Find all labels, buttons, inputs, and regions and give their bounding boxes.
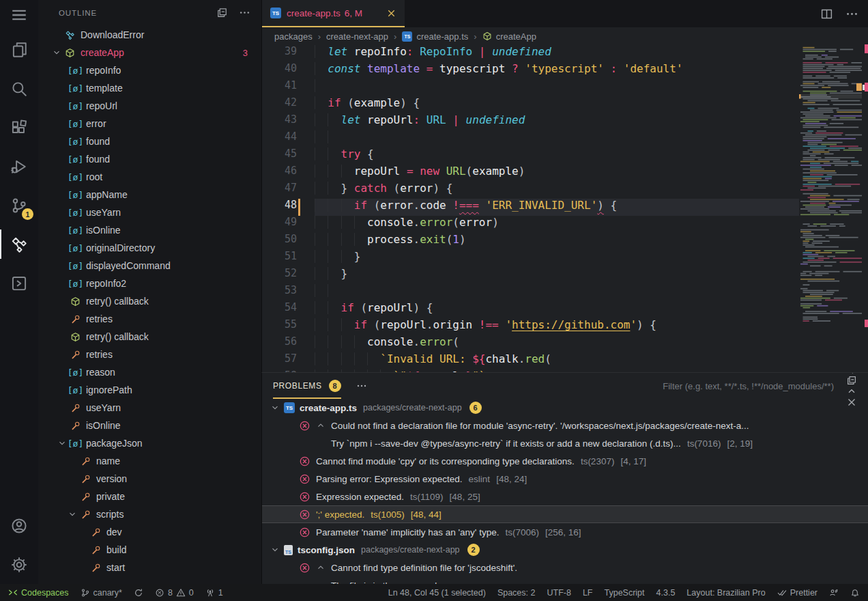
editor-gutter[interactable]: 3940414243444546474849505152535455565758: [262, 45, 315, 372]
pages-icon[interactable]: [846, 375, 857, 386]
code-line-46[interactable]: repoUrl = new URL(example): [315, 165, 799, 182]
activity-remote-explorer[interactable]: [0, 264, 38, 303]
code-line-42[interactable]: if (example) {: [315, 96, 799, 113]
status-layout-mode[interactable]: Layout: Brazilian Pro: [686, 588, 765, 598]
line-number[interactable]: 45: [262, 148, 315, 165]
status-cursor-position[interactable]: Ln 48, Col 45 (1 selected): [388, 588, 486, 598]
outline-item-ignorepath[interactable]: [ø]ignorePath: [38, 381, 261, 399]
outline-item-repoinfo[interactable]: [ø]repoInfo: [38, 61, 261, 79]
pages-icon[interactable]: [216, 12, 228, 20]
split-editor-icon[interactable]: [820, 8, 833, 20]
activity-settings[interactable]: [0, 545, 38, 584]
outline-item-found[interactable]: [ø]found: [38, 150, 261, 168]
activity-explorer[interactable]: [0, 30, 38, 69]
code-line-55[interactable]: if (repoUrl.origin !== 'https://github.c…: [315, 318, 799, 335]
more-icon[interactable]: [356, 380, 367, 391]
status-indentation[interactable]: Spaces: 2: [497, 588, 536, 598]
line-number[interactable]: 53: [262, 284, 315, 301]
line-number[interactable]: 49: [262, 216, 315, 233]
more-icon[interactable]: [239, 12, 250, 20]
outline-item-name[interactable]: name: [38, 452, 261, 470]
outline-item-retries[interactable]: retries: [38, 310, 261, 328]
code-line-48[interactable]: if (error.code !=== 'ERR_INVALID_URL') {: [315, 199, 799, 216]
code-line-45[interactable]: try {: [315, 148, 799, 165]
breadcrumb-item[interactable]: packages: [274, 31, 313, 42]
activity-run-debug[interactable]: [0, 147, 38, 186]
code-line-53[interactable]: [315, 284, 799, 301]
outline-item-scripts[interactable]: scripts: [38, 505, 261, 523]
line-number[interactable]: 56: [262, 335, 315, 352]
status-branch[interactable]: canary*: [81, 588, 122, 598]
problems-file-row[interactable]: TS create-app.ts packages/create-next-ap…: [262, 399, 868, 417]
outline-item-retry-callback[interactable]: retry() callback: [38, 292, 261, 310]
status-eol[interactable]: LF: [583, 588, 593, 598]
outline-item-version[interactable]: version: [38, 470, 261, 488]
activity-source-control[interactable]: 1: [0, 186, 38, 225]
line-number[interactable]: 44: [262, 130, 315, 148]
activity-symbols[interactable]: [0, 225, 38, 264]
code-line-47[interactable]: } catch (error) {: [315, 182, 799, 199]
code-line-49[interactable]: console.error(error): [315, 216, 799, 233]
problems-error-row[interactable]: Parsing error: Expression expected. esli…: [262, 470, 868, 488]
problems-file-row[interactable]: TS tsconfig.json packages/create-next-ap…: [262, 541, 868, 559]
problems-error-row[interactable]: Cannot find type definition file for 'js…: [262, 559, 868, 576]
line-number[interactable]: 41: [262, 79, 315, 96]
code-line-39[interactable]: let repoInfo: RepoInfo | undefined: [315, 45, 799, 62]
breadcrumb-item[interactable]: createApp: [482, 31, 536, 42]
more-icon[interactable]: [845, 8, 858, 20]
outline-item-repourl[interactable]: [ø]repoUrl: [38, 97, 261, 115]
activity-menu[interactable]: [0, 0, 38, 30]
status-problems-summary[interactable]: 80: [155, 588, 194, 598]
code-editor[interactable]: 3940414243444546474849505152535455565758…: [262, 45, 868, 372]
code-line-54[interactable]: if (repoUrl) {: [315, 301, 799, 318]
outline-item-repoinfo2[interactable]: [ø]repoInfo2: [38, 275, 261, 292]
problems-error-row[interactable]: Could not find a declaration file for mo…: [262, 417, 868, 434]
status-remote[interactable]: Codespaces: [8, 588, 69, 598]
outline-item-downloaderror[interactable]: DownloadError: [38, 26, 261, 44]
activity-account[interactable]: [0, 506, 38, 545]
code-line-57[interactable]: `Invalid URL: ${chalk.red(: [315, 352, 799, 369]
code-pane[interactable]: let repoInfo: RepoInfo | undefined const…: [315, 45, 799, 372]
outline-item-build[interactable]: build: [38, 541, 261, 559]
status-notifications[interactable]: [850, 588, 860, 598]
line-number[interactable]: 54: [262, 301, 315, 318]
code-line-52[interactable]: }: [315, 267, 799, 284]
chevron-up-icon[interactable]: [316, 421, 331, 430]
activity-extensions[interactable]: [0, 108, 38, 147]
line-number[interactable]: 42: [262, 96, 315, 113]
problems-error-row[interactable]: Cannot find module 'cpy' or its correspo…: [262, 452, 868, 470]
problems-message-detail[interactable]: The file is in the program because:: [262, 576, 868, 584]
chevron-down-icon[interactable]: [270, 403, 281, 413]
line-number[interactable]: 48: [262, 199, 315, 216]
problems-error-row[interactable]: Expression expected. ts(1109) [48, 25]: [262, 488, 868, 505]
problems-error-row[interactable]: Parameter 'name' implicitly has an 'any'…: [262, 523, 868, 541]
close-icon[interactable]: [846, 397, 857, 408]
outline-item-createapp[interactable]: createApp 3: [38, 44, 261, 61]
problems-filter-input[interactable]: Filter (e.g. text, **/*.ts, !**/node_mod…: [663, 381, 834, 391]
chevron-up-icon[interactable]: [316, 563, 331, 572]
line-number[interactable]: 52: [262, 267, 315, 284]
line-number[interactable]: 47: [262, 182, 315, 199]
minimap[interactable]: [799, 45, 862, 372]
chevron-up-icon[interactable]: [846, 386, 857, 397]
line-number[interactable]: 57: [262, 352, 315, 369]
status-sync[interactable]: [134, 588, 143, 598]
status-encoding[interactable]: UTF-8: [547, 588, 570, 598]
outline-item-isonline[interactable]: isOnline: [38, 417, 261, 434]
line-number[interactable]: 50: [262, 233, 315, 250]
line-number[interactable]: 39: [262, 45, 315, 62]
line-number[interactable]: 51: [262, 250, 315, 267]
outline-item-originaldirectory[interactable]: [ø]originalDirectory: [38, 239, 261, 257]
status-language-mode[interactable]: TypeScript: [604, 588, 644, 598]
breadcrumb-item[interactable]: create-next-app: [326, 31, 388, 42]
close-icon[interactable]: [386, 8, 396, 18]
outline-item-useyarn[interactable]: useYarn: [38, 399, 261, 417]
tab-create-app[interactable]: TS create-app.ts 6, M: [262, 0, 405, 27]
status-ports[interactable]: 1: [205, 588, 223, 598]
code-line-41[interactable]: [315, 79, 799, 96]
outline-item-root[interactable]: [ø]root: [38, 168, 261, 186]
outline-item-appname[interactable]: [ø]appName: [38, 186, 261, 204]
status-ts-version[interactable]: 4.3.5: [656, 588, 676, 598]
activity-search[interactable]: [0, 69, 38, 108]
outline-item-start[interactable]: start: [38, 559, 261, 576]
